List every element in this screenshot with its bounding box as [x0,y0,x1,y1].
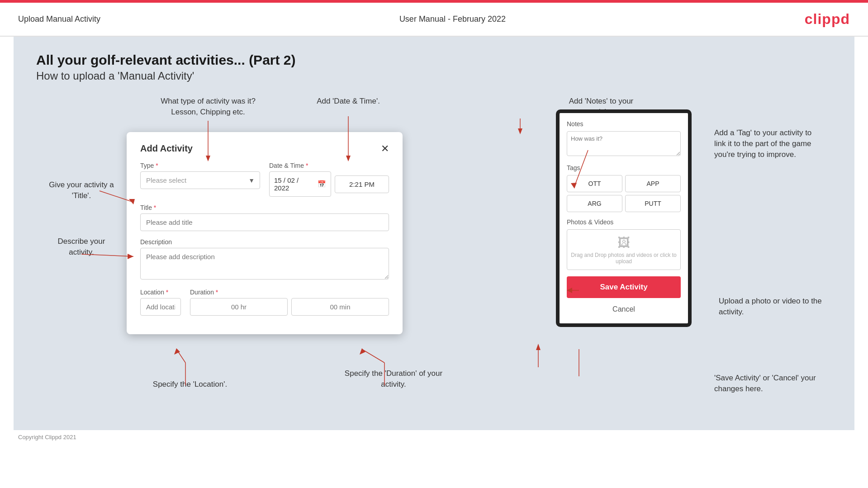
svg-marker-13 [360,348,365,355]
photos-dropzone[interactable]: 🖼 Drag and Drop photos and videos or cli… [567,229,681,270]
tag-arg[interactable]: ARG [567,195,622,212]
modal-header: Add Activity ✕ [140,143,389,154]
annotation-date-time: Add 'Date & Time'. [303,96,394,107]
form-group-description: Description [140,238,389,281]
type-label: Type * [140,162,260,169]
form-group-title: Title * [140,204,389,231]
modal-title: Add Activity [140,143,193,154]
type-select-wrapper: Please select ▼ [140,171,260,189]
type-select[interactable]: Please select [140,171,260,189]
photos-hint: Drag and Drop photos and videos or click… [567,252,680,265]
tag-ott[interactable]: OTT [567,175,622,192]
copyright: Copyright Clippd 2021 [18,434,76,441]
annotation-what-type: What type of activity was it? Lesson, Ch… [158,96,258,118]
title-label: Title * [140,204,389,211]
annotation-give-title: Give your activity a 'Title'. [45,180,118,201]
footer: Copyright Clippd 2021 [0,430,868,444]
svg-line-9 [176,349,185,363]
manual-title: User Manual - February 2022 [399,14,506,24]
location-input[interactable] [140,298,181,316]
form-row-type-datetime: Type * Please select ▼ Date & Time [140,162,389,197]
title-input[interactable] [140,213,389,231]
page-title-top: Upload Manual Activity [18,14,100,24]
top-bar: Upload Manual Activity User Manual - Feb… [0,3,868,37]
datetime-label: Date & Time * [269,162,389,169]
svg-marker-22 [536,344,541,350]
svg-marker-15 [518,128,522,134]
datetime-input-group: 15 / 02 / 2022 📅 2:21 PM [269,171,389,197]
notes-textarea[interactable] [567,131,681,156]
calendar-icon: 📅 [318,180,326,188]
save-activity-button[interactable]: Save Activity [567,276,681,298]
main-content: All your golf-relevant activities... (Pa… [14,37,854,430]
page-main-title: All your golf-relevant activities... (Pa… [36,52,832,68]
description-label: Description [140,238,389,246]
page-subtitle: How to upload a 'Manual Activity' [36,70,832,82]
form-row-location-duration: Location * Duration * [140,289,389,316]
form-row-title: Title * [140,204,389,231]
form-group-location: Location * [140,289,181,316]
add-activity-modal: Add Activity ✕ Type * Please select [127,132,403,334]
modal-container: Add Activity ✕ Type * Please select [127,132,403,334]
svg-line-12 [362,349,384,363]
logo: clippd [805,11,850,28]
form-group-datetime: Date & Time * 15 / 02 / 2022 📅 2:21 PM [269,162,389,197]
svg-marker-10 [174,348,180,355]
description-textarea[interactable] [140,248,389,280]
annotation-location: Specify the 'Location'. [149,379,231,390]
annotation-tag: Add a 'Tag' to your activity to link it … [714,128,823,160]
duration-hr-input[interactable] [190,298,288,316]
annotation-upload: Upload a photo or video to the activity. [719,296,823,317]
tag-app[interactable]: APP [625,175,681,192]
notes-section-label: Notes [567,120,681,128]
modal-close-button[interactable]: ✕ [381,144,389,154]
time-input[interactable]: 2:21 PM [335,175,389,193]
tags-grid: OTT APP ARG PUTT [567,175,681,212]
phone-mock-wrapper: Notes Tags OTT APP ARG PUTT Photos & Vid… [556,109,692,327]
duration-input-group [190,298,389,316]
annotation-duration: Specify the 'Duration' of your activity. [344,368,443,390]
form-row-description: Description [140,238,389,281]
duration-min-input[interactable] [291,298,389,316]
annotation-save: 'Save Activity' or 'Cancel' your changes… [714,373,823,394]
phone-content: Notes Tags OTT APP ARG PUTT Photos & Vid… [560,113,688,323]
location-label: Location * [140,289,181,296]
cancel-button[interactable]: Cancel [567,303,681,316]
phone-mock: Notes Tags OTT APP ARG PUTT Photos & Vid… [556,109,692,327]
date-input[interactable]: 15 / 02 / 2022 📅 [269,171,331,197]
photos-section-label: Photos & Videos [567,218,681,226]
image-icon: 🖼 [617,235,630,250]
form-group-type: Type * Please select ▼ [140,162,260,197]
tag-putt[interactable]: PUTT [625,195,681,212]
tags-section-label: Tags [567,164,681,171]
duration-label: Duration * [190,289,389,296]
annotation-describe: Describe your activity. [45,236,118,258]
form-group-duration: Duration * [190,289,389,316]
